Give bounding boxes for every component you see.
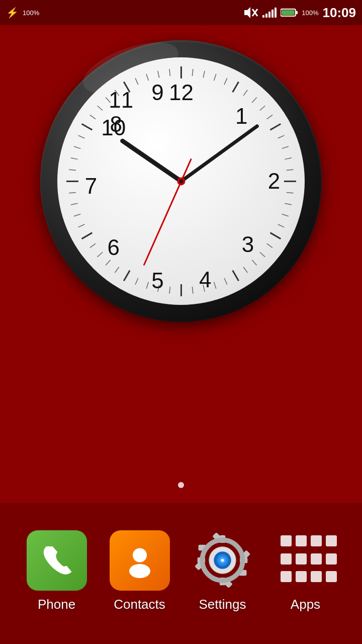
phone-app-icon[interactable] xyxy=(27,530,87,591)
second-hand-center-dark xyxy=(179,179,183,183)
svg-line-39 xyxy=(214,282,216,288)
dock: Phone Contacts xyxy=(0,503,362,644)
svg-text:10: 10 xyxy=(101,115,126,139)
svg-line-30 xyxy=(286,192,293,193)
second-hand-main xyxy=(144,181,181,265)
svg-line-45 xyxy=(135,278,138,284)
clock-face: 12 1 2 3 4 5 6 7 8 9 10 11 xyxy=(57,57,305,305)
svg-line-47 xyxy=(106,260,110,265)
svg-point-78 xyxy=(133,548,147,562)
svg-line-52 xyxy=(70,203,77,205)
svg-line-32 xyxy=(282,214,288,216)
settings-app-icon[interactable] xyxy=(193,530,253,591)
svg-line-53 xyxy=(69,192,76,193)
svg-text:7: 7 xyxy=(84,174,97,198)
battery-icon xyxy=(281,8,298,18)
svg-text:6: 6 xyxy=(107,235,119,260)
svg-line-63 xyxy=(146,74,148,80)
svg-line-36 xyxy=(252,260,256,265)
dock-item-settings[interactable]: Settings xyxy=(193,530,253,612)
settings-label: Settings xyxy=(199,597,246,612)
svg-text:3: 3 xyxy=(241,232,253,257)
signal-icon xyxy=(262,8,277,18)
svg-line-7 xyxy=(232,82,238,92)
svg-line-62 xyxy=(135,78,138,85)
svg-line-22 xyxy=(243,90,247,95)
svg-line-11 xyxy=(232,270,238,281)
apps-label: Apps xyxy=(291,597,320,612)
svg-text:1: 1 xyxy=(235,103,247,128)
clock-widget[interactable]: 12 1 2 3 4 5 6 7 8 9 10 11 xyxy=(40,40,322,322)
phone-label: Phone xyxy=(38,597,75,612)
battery-percent-right: 100% xyxy=(302,9,318,17)
page-dot-active xyxy=(178,482,184,488)
svg-line-56 xyxy=(74,146,80,148)
svg-rect-4 xyxy=(296,11,298,14)
svg-text:11: 11 xyxy=(109,87,133,112)
svg-line-37 xyxy=(243,267,247,272)
svg-line-16 xyxy=(81,124,92,130)
clock-outer-ring: 12 1 2 3 4 5 6 7 8 9 10 11 xyxy=(40,40,322,322)
svg-line-21 xyxy=(224,78,227,85)
svg-line-42 xyxy=(169,286,170,293)
svg-line-26 xyxy=(278,135,284,138)
svg-line-55 xyxy=(70,157,77,159)
svg-text:5: 5 xyxy=(151,268,163,292)
svg-line-50 xyxy=(78,224,84,227)
svg-line-54 xyxy=(69,170,76,170)
usb-icon: ⚡ xyxy=(6,7,19,19)
svg-line-64 xyxy=(157,70,159,77)
svg-line-59 xyxy=(97,106,102,110)
svg-line-29 xyxy=(286,170,293,170)
dock-item-phone[interactable]: Phone xyxy=(27,530,87,612)
svg-text:9: 9 xyxy=(151,79,163,104)
contacts-app-icon[interactable] xyxy=(110,530,170,591)
svg-line-34 xyxy=(266,244,272,248)
dock-item-apps[interactable]: Apps xyxy=(276,530,336,612)
apps-grid xyxy=(277,531,334,589)
page-indicator xyxy=(178,482,184,488)
svg-line-41 xyxy=(192,286,193,293)
svg-line-23 xyxy=(252,97,256,102)
mute-icon xyxy=(244,7,258,18)
svg-line-49 xyxy=(89,244,95,248)
svg-line-58 xyxy=(89,115,95,119)
svg-line-31 xyxy=(285,203,292,205)
svg-text:12: 12 xyxy=(169,79,194,104)
svg-line-38 xyxy=(224,278,227,284)
svg-line-24 xyxy=(259,106,264,110)
svg-line-27 xyxy=(282,146,288,148)
svg-line-44 xyxy=(146,282,148,288)
hour-hand xyxy=(122,141,181,181)
svg-line-19 xyxy=(203,70,205,77)
svg-point-95 xyxy=(221,559,224,562)
svg-line-35 xyxy=(259,252,264,257)
svg-point-79 xyxy=(129,564,150,578)
svg-line-25 xyxy=(266,115,272,119)
svg-line-65 xyxy=(169,69,170,76)
svg-line-14 xyxy=(81,232,92,238)
svg-text:4: 4 xyxy=(199,267,211,291)
svg-line-33 xyxy=(278,224,284,227)
contacts-label: Contacts xyxy=(114,597,165,612)
dock-item-contacts[interactable]: Contacts xyxy=(110,530,170,612)
status-time: 10:09 xyxy=(323,5,356,21)
status-bar: ⚡ 100% 100% 10:09 xyxy=(0,0,362,25)
svg-line-46 xyxy=(115,267,119,272)
svg-marker-0 xyxy=(244,7,250,18)
battery-percent-left: 100% xyxy=(23,9,39,17)
svg-text:2: 2 xyxy=(267,169,280,193)
svg-line-13 xyxy=(124,270,130,281)
svg-line-18 xyxy=(192,69,193,76)
apps-app-icon[interactable] xyxy=(276,530,336,591)
phone-icon xyxy=(39,543,74,578)
svg-line-57 xyxy=(78,135,84,138)
status-right-icons: 100% 10:09 xyxy=(244,5,356,21)
svg-line-8 xyxy=(270,124,281,130)
svg-rect-5 xyxy=(282,10,295,15)
svg-line-48 xyxy=(97,252,102,257)
contacts-icon xyxy=(122,543,157,578)
minute-hand xyxy=(181,126,257,181)
svg-line-20 xyxy=(214,74,216,80)
svg-line-51 xyxy=(74,214,80,216)
